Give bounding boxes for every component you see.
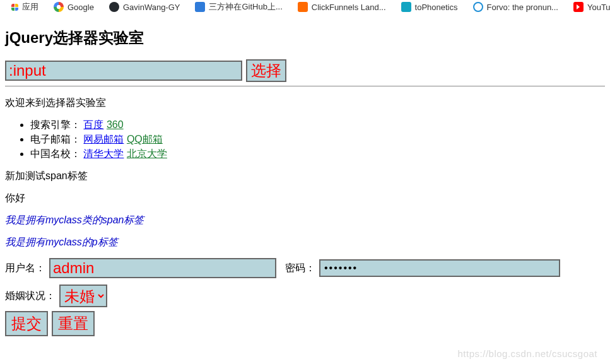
reset-button[interactable]: 重置 — [52, 311, 95, 336]
marital-select[interactable]: 未婚 — [59, 285, 107, 307]
username-label: 用户名： — [5, 262, 45, 275]
password-label: 密码： — [285, 262, 315, 275]
password-input[interactable] — [319, 259, 560, 277]
marital-label: 婚姻状况： — [5, 290, 56, 303]
link-baidu[interactable]: 百度 — [83, 119, 103, 130]
link-list: 搜索引擎： 百度 360 电子邮箱： 网易邮箱 QQ邮箱 中国名校： 清华大学 … — [5, 119, 605, 161]
bookmark-tophonetics[interactable]: toPhonetics — [401, 2, 458, 12]
forvo-icon — [473, 2, 483, 12]
divider — [5, 86, 605, 86]
clickfunnels-icon — [298, 2, 308, 12]
new-span-text: 新加测试span标签 — [5, 170, 605, 183]
submit-button[interactable]: 提交 — [5, 311, 48, 336]
bookmark-forvo[interactable]: Forvo: the pronun... — [473, 2, 558, 12]
selector-input[interactable] — [5, 61, 242, 81]
list-label: 中国名校： — [30, 148, 81, 159]
apps-icon — [11, 4, 18, 11]
hello-text: 你好 — [5, 192, 605, 205]
user-row: 用户名： 密码： — [5, 258, 605, 278]
bookmark-google[interactable]: Google — [54, 2, 94, 12]
page-content: jQuery选择器实验室 选择 欢迎来到选择器实验室 搜索引擎： 百度 360 … — [0, 28, 610, 349]
tophonetics-icon — [401, 2, 411, 12]
page-title: jQuery选择器实验室 — [5, 28, 605, 48]
username-input[interactable] — [49, 258, 276, 278]
bookmark-apps[interactable]: 应用 — [11, 1, 38, 13]
select-button[interactable]: 选择 — [246, 59, 286, 82]
link-tsinghua[interactable]: 清华大学 — [83, 148, 124, 159]
link-163mail[interactable]: 网易邮箱 — [83, 134, 124, 144]
button-row: 提交 重置 — [5, 311, 605, 336]
bookmark-sanfang[interactable]: 三方神在GitHub上... — [195, 1, 282, 13]
bookmark-bar: 应用 Google GavinWang-GY 三方神在GitHub上... Cl… — [0, 0, 610, 16]
welcome-text: 欢迎来到选择器实验室 — [5, 97, 605, 110]
github-icon — [109, 2, 119, 12]
link-qqmail[interactable]: QQ邮箱 — [127, 134, 163, 144]
list-item: 电子邮箱： 网易邮箱 QQ邮箱 — [30, 133, 605, 146]
google-icon — [54, 2, 64, 12]
blue-square-icon — [195, 2, 205, 12]
selector-row: 选择 — [5, 59, 605, 82]
list-label: 搜索引擎： — [30, 119, 81, 130]
link-pku[interactable]: 北京大学 — [127, 148, 167, 159]
list-label: 电子邮箱： — [30, 134, 81, 144]
youtube-icon — [573, 2, 584, 12]
myclass-p-text: 我是拥有myclass的p标签 — [5, 236, 605, 249]
bookmark-github[interactable]: GavinWang-GY — [109, 2, 180, 12]
list-item: 搜索引擎： 百度 360 — [30, 119, 605, 132]
bookmark-clickfunnels[interactable]: ClickFunnels Land... — [298, 2, 386, 12]
marital-row: 婚姻状况： 未婚 — [5, 285, 605, 307]
myclass-span-text: 我是拥有myclass类的span标签 — [5, 214, 605, 227]
list-item: 中国名校： 清华大学 北京大学 — [30, 148, 605, 161]
bookmark-youtube[interactable]: YouTube Down... — [573, 2, 610, 12]
link-360[interactable]: 360 — [107, 119, 124, 130]
